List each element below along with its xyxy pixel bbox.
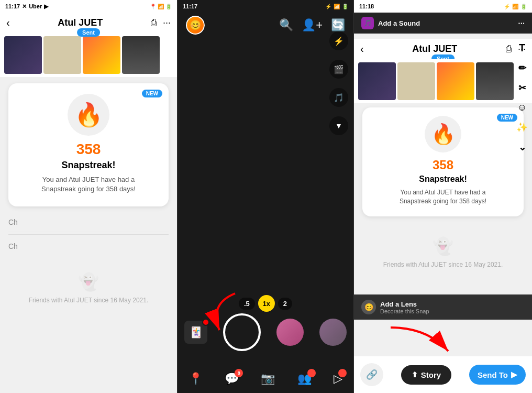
gallery-thumb-2[interactable] bbox=[319, 319, 347, 346]
status-icons-2: ⚡ 📶 🔋 bbox=[325, 4, 348, 9]
scissors-tool-icon[interactable]: ✂ bbox=[518, 82, 526, 94]
gallery-notification-dot bbox=[202, 319, 209, 326]
add-friend-icon[interactable]: 👤+ bbox=[302, 18, 323, 32]
back-chevron-icon-3[interactable]: ‹ bbox=[360, 43, 364, 55]
send-to-button[interactable]: Send To ▶ bbox=[469, 365, 526, 385]
friends-nav-icon[interactable]: 👥 bbox=[297, 372, 312, 386]
back-chevron-icon[interactable]: ‹ bbox=[6, 17, 10, 29]
map-nav-icon[interactable]: 📍 bbox=[189, 372, 203, 386]
search-icon-cam[interactable]: 🔍 bbox=[279, 18, 293, 32]
camera-nav-icon[interactable]: 📷 bbox=[261, 372, 275, 386]
bt-icon-3: ⚡ bbox=[504, 4, 510, 9]
status-time-3: 11:18 bbox=[359, 3, 374, 9]
status-time-2: 11:17 bbox=[183, 3, 197, 9]
chat-header-3: ‹ Atul JUET ⎙ ··· Sent bbox=[354, 39, 532, 59]
screen1-snapstreak: 11:17 ✕ Uber ▶ 📍 📶 🔋 ‹ Atul JUET ⎙ ··· S… bbox=[0, 0, 177, 393]
share-icon[interactable]: ⎙ bbox=[151, 17, 157, 28]
music-note-icon: 🎵 bbox=[361, 17, 374, 29]
streak-card-3: NEW 🔥 358 Snapstreak! You and Atul JUET … bbox=[362, 107, 524, 216]
header-icons-1: ⎙ ··· bbox=[151, 17, 171, 28]
story-button[interactable]: ⬆ Story bbox=[401, 365, 451, 385]
new-badge-3: NEW bbox=[497, 114, 517, 122]
streak-desc-3: You and Atul JUET have had aSnapstreak g… bbox=[400, 188, 486, 206]
more-dots-icon[interactable]: ⋯ bbox=[518, 19, 525, 27]
decorate-label: Decorate this Snap bbox=[380, 308, 429, 314]
status-bar-3: 11:18 ⚡ 📶 🔋 bbox=[354, 0, 532, 13]
zoom-2x-btn[interactable]: 2 bbox=[278, 298, 292, 310]
chat-item-1[interactable]: Ch bbox=[8, 213, 169, 232]
battery-icon-2: 🔋 bbox=[342, 4, 348, 9]
chevron-down-tool-icon[interactable]: ⌄ bbox=[518, 141, 526, 153]
streak-desc-1: You and Atul JUET have had aSnapstreak g… bbox=[41, 175, 136, 194]
photo-thumb-4 bbox=[122, 36, 160, 74]
chat-nav-icon[interactable]: 💬 8 bbox=[225, 372, 239, 386]
text-tool-icon[interactable]: T bbox=[519, 42, 525, 54]
chat-item-2[interactable]: Ch bbox=[8, 237, 169, 256]
chat-header-1: ‹ Atul JUET ⎙ ··· Sent bbox=[0, 13, 177, 33]
streak-title-3: Snapstreak! bbox=[419, 174, 467, 184]
photo-thumb-3 bbox=[83, 36, 120, 74]
flash-icon[interactable]: ⚡ bbox=[329, 31, 348, 50]
sticker-tool-icon[interactable]: ☺ bbox=[517, 102, 527, 113]
photo-thumb-3-2 bbox=[397, 62, 435, 100]
story-upload-icon: ⬆ bbox=[412, 370, 418, 379]
spotlight-nav-icon[interactable]: ▷ bbox=[334, 372, 342, 386]
link-button[interactable]: 🔗 bbox=[360, 363, 383, 386]
photo-thumb-1 bbox=[4, 36, 42, 74]
zoom-half-btn[interactable]: .5 bbox=[239, 298, 255, 310]
friends-text-3: Friends with Atul JUET since 16 May 2021… bbox=[383, 261, 503, 268]
ghost-icon-1: 👻 bbox=[10, 272, 167, 292]
chevron-down-icon[interactable]: ▼ bbox=[329, 116, 348, 135]
add-sound-label: Add a Sound bbox=[378, 19, 420, 27]
rotate-icon[interactable]: 🔄 bbox=[331, 18, 345, 32]
zoom-1x-btn[interactable]: 1x bbox=[258, 295, 275, 312]
gallery-card-wrap: 🃏 bbox=[184, 321, 207, 344]
add-lens-label: Add a Lens bbox=[380, 300, 429, 308]
friends-badge bbox=[307, 369, 316, 377]
status-right-1: 📍 📶 🔋 bbox=[150, 4, 172, 9]
zoom-controls: .5 1x 2 bbox=[239, 295, 292, 312]
signal-icon: 📶 bbox=[158, 4, 164, 9]
location-icon: 📍 bbox=[150, 4, 156, 9]
shutter-button[interactable] bbox=[223, 313, 261, 351]
battery-icon: 🔋 bbox=[165, 4, 172, 9]
card-icon: 🃏 bbox=[190, 326, 203, 339]
add-sound-banner[interactable]: 🎵 Add a Sound ⋯ bbox=[354, 13, 532, 34]
photo-strip-1 bbox=[0, 33, 177, 77]
chat-title-1: Atul JUET bbox=[58, 17, 103, 28]
friends-section-1: 👻 Friends with Atul JUET since 16 May 20… bbox=[0, 261, 177, 315]
screen2-camera: 11:17 ⚡ 📶 🔋 😊 🔍 👤+ 🔄 ⚡ 🎬 🎵 ▼ .5 1x 2 bbox=[177, 0, 354, 393]
streak-title-1: Snapstreak! bbox=[61, 160, 115, 171]
photo-thumb-3-3 bbox=[437, 62, 474, 100]
streak-card-1: NEW 🔥 358 Snapstreak! You and Atul JUET … bbox=[8, 83, 169, 206]
camera-bottom-nav: 📍 💬 8 📷 👥 ▷ bbox=[178, 372, 353, 386]
music-icon[interactable]: 🎵 bbox=[329, 88, 348, 107]
pencil-tool-icon[interactable]: ✏ bbox=[518, 62, 526, 74]
story-label: Story bbox=[421, 370, 441, 379]
status-bar-1: 11:17 ✕ Uber ▶ 📍 📶 🔋 bbox=[0, 0, 177, 13]
batt-icon-3: 🔋 bbox=[520, 4, 527, 9]
time-1: 11:17 bbox=[5, 3, 20, 9]
share-icon-3[interactable]: ⎙ bbox=[506, 43, 512, 54]
screen3-send: 11:18 ⚡ 📶 🔋 🎵 Add a Sound ⋯ ‹ Atul JUET … bbox=[354, 0, 532, 393]
bitmoji-icon[interactable]: 😊 bbox=[186, 16, 205, 35]
photo-thumb-2 bbox=[43, 36, 81, 74]
wifi-icon-3: 📶 bbox=[512, 4, 518, 9]
send-to-label: Send To bbox=[478, 370, 508, 379]
video-icon[interactable]: 🎬 bbox=[329, 60, 348, 79]
wifi-icon: 📶 bbox=[334, 4, 340, 9]
friends-text-1: Friends with Atul JUET since 16 May 2021… bbox=[29, 297, 149, 304]
gallery-thumb-1[interactable] bbox=[276, 319, 304, 346]
friends-section-3: 👻 Friends with Atul JUET since 16 May 20… bbox=[354, 226, 532, 279]
chat-list-1: Ch Ch bbox=[0, 213, 177, 256]
shutter-area: 🃏 bbox=[178, 313, 353, 351]
gallery-card-btn[interactable]: 🃏 bbox=[184, 321, 207, 344]
status-left-1: 11:17 ✕ Uber ▶ bbox=[5, 3, 48, 10]
bluetooth-icon: ⚡ bbox=[325, 4, 331, 9]
photo-thumb-3-4 bbox=[476, 62, 514, 100]
chat-title-3: Atul JUET bbox=[412, 43, 457, 54]
more-icon[interactable]: ··· bbox=[163, 17, 171, 28]
effects-tool-icon[interactable]: ✨ bbox=[516, 122, 528, 133]
camera-action-icons: 🔍 👤+ 🔄 bbox=[279, 18, 345, 32]
add-lens-bar[interactable]: 😊 Add a Lens Decorate this Snap bbox=[354, 294, 532, 320]
